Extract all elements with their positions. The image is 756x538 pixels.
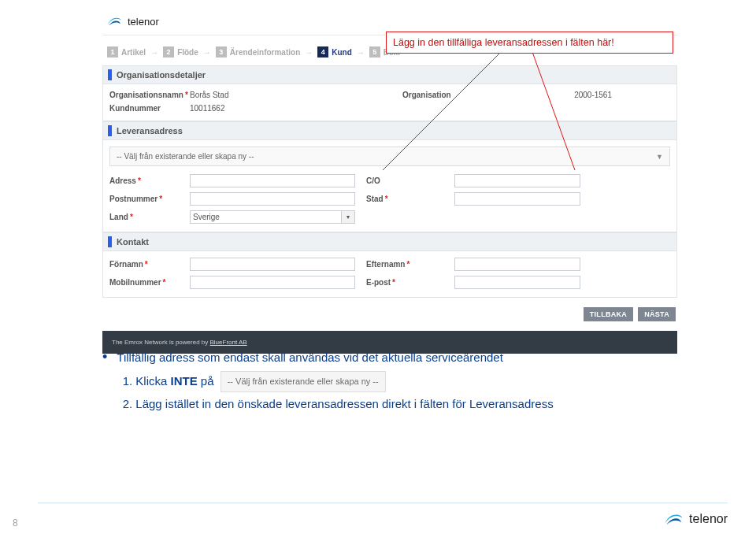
page-footer: 8 telenor <box>0 508 756 530</box>
next-button[interactable]: NÄSTA <box>638 307 676 321</box>
telenor-logo-icon <box>662 508 684 530</box>
postal-input[interactable] <box>190 192 355 206</box>
chevron-down-icon: ▼ <box>656 153 663 161</box>
firstname-label: Förnamn* <box>109 260 188 269</box>
address-label: Adress* <box>109 176 188 185</box>
chevron-right-icon: → <box>150 48 158 57</box>
city-input[interactable] <box>454 192 580 206</box>
section-contact-title: Kontakt <box>117 237 149 247</box>
custnum-value: 10011662 <box>190 104 339 113</box>
section-org-title: Organisationsdetaljer <box>117 70 206 80</box>
section-org-header: Organisationsdetaljer <box>102 65 677 84</box>
postal-label: Postnummer* <box>109 195 188 203</box>
footer-divider <box>38 503 728 503</box>
section-org-body: Organisationsnamn* Borås Stad Organisati… <box>102 84 677 121</box>
telenor-logo-icon <box>106 13 123 30</box>
city-label: Stad* <box>366 195 453 203</box>
country-label: Land* <box>109 213 188 221</box>
firstname-input[interactable] <box>190 258 355 271</box>
annotation-callout: Lägg in den tillfälliga leveransadressen… <box>386 32 673 54</box>
co-input[interactable] <box>454 174 580 187</box>
step-2: 2Flöde <box>163 46 198 58</box>
step-1: 1Artikel <box>107 46 146 58</box>
section-contact-header: Kontakt <box>102 232 677 251</box>
lastname-input[interactable] <box>454 258 580 271</box>
section-marker-icon <box>108 69 112 80</box>
callout-text: Lägg in den tillfälliga leveransadressen… <box>393 37 614 48</box>
footer-logo: telenor <box>662 508 728 530</box>
brand-name: telenor <box>128 16 159 28</box>
chevron-down-icon[interactable]: ▾ <box>342 210 355 224</box>
step-3: 3Ärendeinformation <box>216 46 300 58</box>
section-delivery-header: Leveransadress <box>102 121 677 140</box>
custnum-label: Kundnummer <box>109 104 188 113</box>
chevron-right-icon: → <box>203 48 211 57</box>
instruction-heading: Tillfällig adress som endast skall använ… <box>117 347 553 368</box>
chevron-right-icon: → <box>357 48 365 57</box>
app-screenshot: telenor 1Artikel → 2Flöde → 3Ärendeinfor… <box>102 8 677 354</box>
inline-select-chip: -- Välj från existerande eller skapa ny … <box>220 371 386 392</box>
bullet-icon: • <box>102 350 107 415</box>
section-delivery-body: -- Välj från existerande eller skapa ny … <box>102 140 677 232</box>
section-marker-icon <box>108 236 112 247</box>
orgnum-label: Organisation <box>402 91 484 99</box>
delivery-select-placeholder: -- Välj från existerande eller skapa ny … <box>117 152 254 161</box>
instruction-block: • Tillfällig adress som endast skall anv… <box>102 347 654 415</box>
footer-link[interactable]: BlueFront AB <box>210 339 247 346</box>
section-contact-body: Förnamn* Efternamn* Mobilnummer* E-post* <box>102 251 677 298</box>
instruction-item-1: Klicka INTE på -- Välj från existerande … <box>135 371 553 392</box>
delivery-select[interactable]: -- Välj från existerande eller skapa ny … <box>109 147 670 166</box>
footer-brand-name: telenor <box>689 512 728 526</box>
section-delivery-title: Leveransadress <box>117 126 183 135</box>
mobile-label: Mobilnummer* <box>109 278 188 287</box>
email-input[interactable] <box>454 276 580 289</box>
instruction-item-2: Lägg istället in den önskade leveransadr… <box>135 394 553 414</box>
back-button[interactable]: TILLBAKA <box>584 307 633 321</box>
email-label: E-post* <box>366 278 453 287</box>
form-buttons: TILLBAKA NÄSTA <box>102 298 677 326</box>
footer-text: The Emrox Network is powered by <box>112 339 210 346</box>
section-marker-icon <box>108 125 112 136</box>
mobile-input[interactable] <box>190 276 355 289</box>
orgname-value: Borås Stad <box>190 91 339 99</box>
address-input[interactable] <box>190 174 355 187</box>
chevron-right-icon: → <box>305 48 313 57</box>
orgname-label: Organisationsnamn* <box>109 91 188 99</box>
country-select[interactable]: Sverige <box>190 210 342 224</box>
co-label: C/O <box>366 176 453 185</box>
page-number: 8 <box>13 518 18 529</box>
lastname-label: Efternamn* <box>366 260 453 269</box>
step-4: 4Kund <box>317 46 352 58</box>
orgnum-value: 2000-1561 <box>486 91 612 99</box>
